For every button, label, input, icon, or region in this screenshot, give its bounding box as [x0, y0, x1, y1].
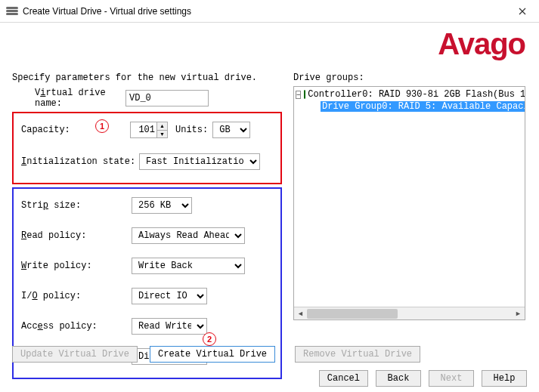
brand-logo: Avago: [438, 27, 525, 61]
write-label: Write policy:: [18, 261, 132, 271]
drive-groups-tree[interactable]: − Controller0: RAID 930-8i 2GB Flash(Bus…: [293, 86, 525, 320]
update-vd-button: Update Virtual Drive: [12, 346, 138, 363]
remove-vd-button: Remove Virtual Drive: [295, 346, 420, 363]
units-label: Units:: [175, 125, 208, 135]
init-label: Initialization state:: [18, 156, 139, 167]
capacity-label: Capacity:: [18, 125, 130, 135]
tree-hscrollbar[interactable]: ◄ ►: [294, 307, 525, 319]
scroll-thumb[interactable]: [307, 309, 398, 319]
window-title: Create Virtual Drive - Virtual drive set…: [23, 6, 191, 17]
back-button[interactable]: Back: [376, 370, 421, 387]
capacity-spinner[interactable]: ▲▼: [130, 122, 168, 138]
next-button: Next: [429, 370, 474, 387]
controller-text: Controller0: RAID 930-8i 2GB Flash(Bus 1…: [308, 89, 525, 100]
marker-1: 1: [95, 119, 109, 133]
vd-name-label: Virtual drive name:: [12, 88, 125, 109]
controller-icon: [304, 90, 305, 99]
init-select[interactable]: Fast Initialization: [139, 153, 260, 170]
drive-groups-label: Drive groups:: [293, 73, 525, 83]
strip-label: Strip size:: [18, 200, 132, 211]
scroll-right-icon[interactable]: ►: [512, 307, 525, 320]
strip-select[interactable]: 256 KB: [132, 197, 192, 214]
capacity-input[interactable]: [131, 122, 156, 137]
access-label: Access policy:: [18, 321, 132, 332]
drive-group-text: Drive Group0: RAID 5: Available Capacity…: [321, 101, 525, 112]
vd-name-row: Virtual drive name:: [12, 89, 282, 107]
scroll-left-icon[interactable]: ◄: [294, 307, 307, 320]
spinner-down[interactable]: ▼: [157, 131, 167, 138]
title-bar: Create Virtual Drive - Virtual drive set…: [0, 0, 539, 23]
help-button[interactable]: Help: [482, 370, 527, 387]
io-select[interactable]: Direct IO: [132, 288, 207, 304]
vd-name-input[interactable]: [125, 90, 209, 106]
tree-drivegroup-row[interactable]: Drive Group0: RAID 5: Available Capacity…: [296, 100, 525, 113]
collapse-icon[interactable]: −: [296, 91, 301, 99]
app-icon: [6, 7, 18, 16]
units-select[interactable]: GB: [212, 122, 250, 138]
read-label: Read policy:: [18, 230, 132, 241]
spinner-up[interactable]: ▲: [157, 122, 167, 131]
marker-2: 2: [203, 332, 216, 346]
create-vd-button[interactable]: Create Virtual Drive: [150, 346, 275, 363]
access-select[interactable]: Read Write: [132, 318, 207, 335]
read-select[interactable]: Always Read Ahead: [132, 227, 245, 244]
close-icon: [519, 8, 526, 15]
tree-controller-row[interactable]: − Controller0: RAID 930-8i 2GB Flash(Bus…: [296, 88, 525, 100]
write-select[interactable]: Write Back: [132, 258, 245, 274]
close-button[interactable]: [505, 0, 539, 23]
cancel-button[interactable]: Cancel: [319, 370, 368, 387]
io-label: I/O policy:: [18, 291, 132, 301]
capacity-init-group: 1 Capacity: ▲▼ Units: GB Initialization …: [12, 112, 282, 184]
